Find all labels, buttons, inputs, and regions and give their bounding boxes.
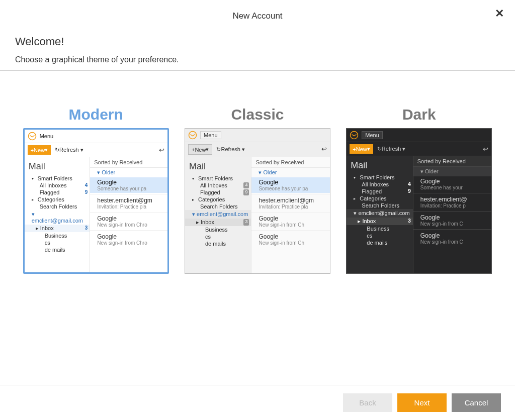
pv-search-folders: Search Folders	[347, 202, 412, 209]
theme-option-classic[interactable]: Classic Menu + New ▾ ↻Refresh ▾ ↩ Mail ▾…	[182, 106, 333, 274]
pv-msg-4: GoogleNew sign-in from Chro	[90, 232, 167, 247]
pv-cs: cs	[25, 239, 90, 246]
pv-group-older: ▾ Older	[251, 168, 330, 177]
pv-new-button: + New ▾	[350, 144, 373, 154]
pv-group-older: ▾ Older	[413, 167, 492, 176]
pv-new-button: + New ▾	[188, 144, 212, 155]
pv-sidebar: Mail ▾Smart Folders All Inboxes4 Flagged…	[25, 157, 91, 272]
pv-menu-row: Menu	[347, 129, 491, 142]
theme-chooser: Modern Menu + New ▾ ↻Refresh ▾ ↩ Mail ▾S…	[0, 71, 515, 284]
pv-msg-3: GoogleNew sign-in from C	[413, 213, 492, 228]
pv-inbox: ▸ Inbox3	[25, 225, 90, 232]
pv-all-inboxes: All Inboxes4	[185, 182, 251, 189]
svg-point-2	[351, 132, 358, 139]
pv-group-older: ▾ Older	[90, 168, 167, 177]
theme-preview-modern[interactable]: Menu + New ▾ ↻Refresh ▾ ↩ Mail ▾Smart Fo…	[23, 128, 169, 274]
pv-cs: cs	[347, 232, 412, 239]
reply-icon: ↩	[159, 146, 164, 154]
pv-flagged: Flagged9	[25, 189, 90, 196]
pv-menu-label: Menu	[40, 133, 54, 139]
pv-refresh: ↻Refresh ▾	[216, 146, 245, 153]
pv-sort-header: Sorted by Received	[251, 157, 330, 168]
svg-point-1	[189, 132, 196, 139]
pv-flagged: Flagged9	[185, 189, 251, 196]
close-icon[interactable]: ✕	[495, 7, 504, 20]
theme-label-classic[interactable]: Classic	[182, 106, 333, 123]
pv-sidebar: Mail ▾Smart Folders All Inboxes4 Flagged…	[185, 157, 251, 274]
pv-toolbar: + New ▾ ↻Refresh ▾ ↩	[185, 142, 330, 157]
pv-mail-heading: Mail	[25, 159, 90, 175]
pv-toolbar: + New ▾ ↻Refresh ▾ ↩	[347, 142, 491, 156]
pv-new-button: + New ▾	[28, 145, 51, 155]
pv-menu-button: Menu	[200, 131, 221, 139]
pv-demails: de mails	[347, 239, 412, 246]
pv-toolbar: + New ▾ ↻Refresh ▾ ↩	[25, 143, 167, 157]
welcome-subline: Choose a graphical theme of your prefere…	[15, 55, 500, 64]
theme-preview-classic[interactable]: Menu + New ▾ ↻Refresh ▾ ↩ Mail ▾Smart Fo…	[185, 128, 330, 274]
pv-search-folders: Search Folders	[185, 203, 251, 210]
cancel-button[interactable]: Cancel	[452, 393, 501, 412]
dialog-footer: Back Next Cancel	[0, 385, 515, 420]
welcome-heading: Welcome!	[15, 35, 500, 48]
pv-menu-button: Menu	[362, 131, 383, 139]
pv-cs: cs	[185, 233, 251, 240]
pv-smart-folders: ▾Smart Folders	[25, 175, 90, 182]
pv-categories: ▸Categories	[185, 196, 251, 203]
next-button[interactable]: Next	[397, 393, 447, 412]
dialog-title: New Account	[15, 11, 500, 21]
pv-refresh: ↻Refresh ▾	[55, 147, 83, 153]
pv-flagged: Flagged9	[347, 188, 412, 195]
pv-demails: de mails	[25, 246, 90, 253]
pv-demails: de mails	[185, 240, 251, 247]
theme-option-dark[interactable]: Dark Menu + New ▾ ↻Refresh ▾ ↩ Mail ▾Sma…	[344, 106, 495, 274]
pv-message-list: Sorted by Received ▾ Older GoogleSomeone…	[251, 157, 330, 274]
pv-msg-3: GoogleNew sign-in from Ch	[251, 214, 330, 229]
pv-account: ▾ emclient@gmail.com	[25, 210, 90, 225]
app-logo-icon	[188, 131, 197, 140]
pv-message-list: Sorted by Received ▾ Older GoogleSomeone…	[90, 157, 167, 272]
pv-inbox: ▸ Inbox3	[185, 219, 251, 226]
dialog-header: New Account ✕ Welcome! Choose a graphica…	[0, 0, 515, 71]
pv-sort-header: Sorted by Received	[413, 156, 492, 167]
pv-mail-heading: Mail	[185, 159, 251, 175]
pv-mail-heading: Mail	[347, 158, 412, 174]
pv-business: Business	[185, 226, 251, 233]
pv-categories: ▸Categories	[25, 196, 90, 203]
pv-msg-2: hester.emclient@gmInvitation: Practice p…	[251, 195, 330, 211]
pv-refresh: ↻Refresh ▾	[377, 146, 406, 152]
theme-preview-dark[interactable]: Menu + New ▾ ↻Refresh ▾ ↩ Mail ▾Smart Fo…	[346, 128, 492, 274]
pv-msg-4: GoogleNew sign-in from Ch	[251, 232, 330, 247]
pv-smart-folders: ▾Smart Folders	[347, 174, 412, 181]
pv-menu-row: Menu	[25, 130, 167, 143]
pv-categories: ▸Categories	[347, 195, 412, 202]
pv-business: Business	[347, 225, 412, 232]
pv-msg-2: hester.emclient@Invitation: Practice p	[413, 194, 492, 210]
pv-msg-3: GoogleNew sign-in from Chro	[90, 214, 167, 229]
app-logo-icon	[350, 131, 359, 140]
pv-business: Business	[25, 232, 90, 239]
pv-inbox: ▸ Inbox3	[347, 218, 412, 225]
pv-account: ▾ emclient@gmail.com	[347, 209, 412, 218]
pv-menu-row: Menu	[185, 129, 330, 142]
theme-option-modern[interactable]: Modern Menu + New ▾ ↻Refresh ▾ ↩ Mail ▾S…	[20, 106, 171, 274]
reply-icon: ↩	[321, 145, 327, 153]
pv-message-list: Sorted by Received ▾ Older GoogleSomeone…	[413, 156, 492, 273]
pv-all-inboxes: All Inboxes4	[25, 182, 90, 189]
pv-msg-1: GoogleSomeone has your pa	[251, 177, 330, 193]
pv-all-inboxes: All Inboxes4	[347, 181, 412, 188]
pv-search-folders: Search Folders	[25, 203, 90, 210]
reply-icon: ↩	[483, 145, 488, 153]
pv-sort-header: Sorted by Received	[90, 157, 167, 168]
theme-label-modern[interactable]: Modern	[20, 106, 171, 123]
theme-label-dark[interactable]: Dark	[344, 106, 495, 123]
pv-smart-folders: ▾Smart Folders	[185, 175, 251, 182]
app-logo-icon	[28, 132, 37, 141]
pv-msg-2: hester.emclient@gmInvitation: Practice p…	[90, 195, 167, 211]
back-button: Back	[343, 393, 392, 412]
pv-sidebar: Mail ▾Smart Folders All Inboxes4 Flagged…	[347, 156, 413, 273]
pv-msg-4: GoogleNew sign-in from C	[413, 231, 492, 246]
pv-account: ▾ emclient@gmail.com	[185, 210, 251, 219]
pv-msg-1: GoogleSomeone has your	[413, 176, 492, 192]
svg-point-0	[28, 133, 36, 140]
pv-msg-1: GoogleSomeone has your pa	[90, 177, 167, 193]
